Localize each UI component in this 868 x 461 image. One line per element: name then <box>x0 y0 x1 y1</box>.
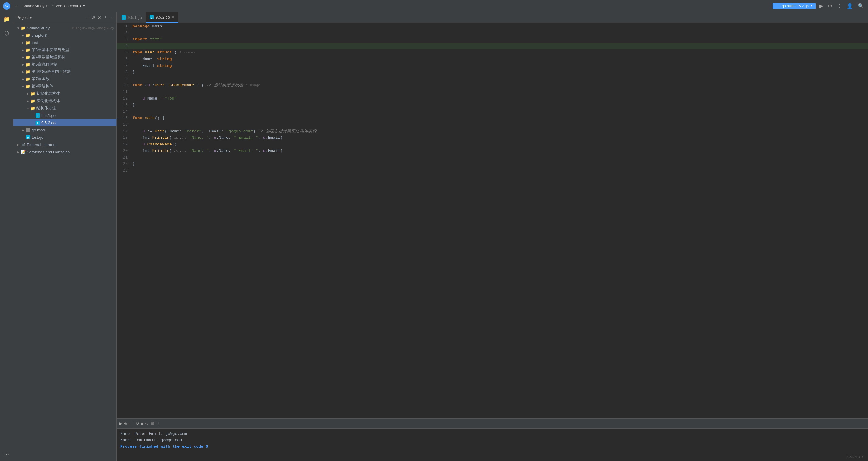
tab-9-5-2[interactable]: g 9.5.2.go ✕ <box>146 12 178 23</box>
tree-item-scratches[interactable]: ▶ 📝 Scratches and Consoles <box>13 148 116 156</box>
code-editor[interactable]: 1 package main 2 3 import "fmt" <box>117 23 868 419</box>
stop-icon: ■ <box>141 421 144 426</box>
line-code-23 <box>131 167 868 174</box>
sidebar-title: Project ▾ <box>17 15 32 20</box>
sidebar-item-structure[interactable]: ⬡ <box>3 29 10 38</box>
tab-9-5-1[interactable]: g 9.5.1.go <box>118 12 146 23</box>
tree-label-init-struct: 初始化结构体 <box>36 91 114 96</box>
line-code-3: import "fmt" <box>131 36 868 43</box>
line-code-11 <box>131 89 868 95</box>
folder-icon-test: 📁 <box>26 40 30 45</box>
run-icon-button[interactable]: ▶ <box>818 2 824 10</box>
tree-item-golang-study[interactable]: ▼ 📁 GolangStudy D:\DingJiaxiong\GolangSt… <box>13 24 116 32</box>
tree-item-ch3[interactable]: ▶ 📁 第3章基本变量与类型 <box>13 46 116 54</box>
search-icon-button[interactable]: 🔍 <box>857 2 865 10</box>
tree-label-9-5-2: 9.5.2.go <box>41 121 114 125</box>
folder-icon-ch4: 📁 <box>26 55 30 60</box>
code-line-8: 8 } <box>117 69 868 76</box>
title-arrow[interactable]: ▾ <box>46 4 48 8</box>
line-num-4: 4 <box>117 43 131 50</box>
sidebar-item-project[interactable]: 📁 <box>2 14 11 24</box>
tree-item-test-go[interactable]: ▶ g test.go <box>13 134 116 141</box>
top-bar-right: go build 9.5.2.go ▾ ▶ ⚙ ⋮ 👤 🔍 <box>773 2 865 10</box>
ext-libs-icon: 🏛 <box>21 142 26 147</box>
code-line-19: 19 u.ChangeName() <box>117 141 868 148</box>
tree-arrow-struct-method: ▼ <box>26 106 30 110</box>
line-code-1: package main <box>131 23 868 30</box>
tree-item-ch9[interactable]: ▼ 📁 第9章结构体 <box>13 83 116 90</box>
vc-arrow[interactable]: ▾ <box>83 4 85 8</box>
run-build-button[interactable]: go build 9.5.2.go ▾ <box>773 3 816 9</box>
sidebar-refresh-btn[interactable]: ↺ <box>91 14 96 21</box>
trash-icon: 🗑 <box>150 421 154 426</box>
line-num-9: 9 <box>117 76 131 82</box>
sidebar-more-btn[interactable]: ⋮ <box>103 14 108 21</box>
tree-arrow-go-mod: ▶ <box>21 128 26 132</box>
tree-item-9-5-2[interactable]: ▶ g 9.5.2.go <box>13 119 116 126</box>
code-line-20: 20 fmt.Println( a...: "Name: ", u.Name, … <box>117 147 868 154</box>
tree-item-go-mod[interactable]: ▶ go.mod <box>13 126 116 134</box>
sidebar-header: Project ▾ + ↺ ✕ ⋮ − <box>13 12 116 23</box>
tree-item-ch7[interactable]: ▶ 📁 第7章函数 <box>13 75 116 83</box>
tree-item-init-struct[interactable]: ▶ 📁 初始化结构体 <box>13 90 116 97</box>
run-button[interactable]: ▶ Run <box>119 421 131 426</box>
tree-item-struct-method[interactable]: ▼ 📁 结构体方法 <box>13 104 116 112</box>
sidebar-collapse-btn[interactable]: − <box>110 14 113 21</box>
tree-arrow-chapter8: ▶ <box>21 33 26 38</box>
code-line-5: 5 type User struct {2 usages <box>117 49 868 56</box>
watermark: CSDN ▲▼ <box>847 455 864 459</box>
menu-button[interactable]: ≡ <box>13 2 19 10</box>
rerun-button[interactable]: ↺ <box>136 421 139 426</box>
line-code-18: fmt.Println( a...: "Name: ", u.Name, " E… <box>131 135 868 141</box>
bottom-toolbar: ▶ Run ↺ ■ ⇨ 🗑 ⋮ <box>117 419 868 429</box>
app-logo: G <box>3 2 10 10</box>
line-num-21: 21 <box>117 154 131 161</box>
line-num-19: 19 <box>117 141 131 148</box>
line-num-1: 1 <box>117 23 131 30</box>
line-code-13: } <box>131 102 868 108</box>
user-icon-button[interactable]: 👤 <box>845 2 854 10</box>
forward-icon: ⇨ <box>145 421 149 426</box>
tree-item-chapter8[interactable]: ▶ 📁 chapter8 <box>13 32 116 39</box>
tree-item-test[interactable]: ▶ 📁 test <box>13 39 116 46</box>
tree-item-9-5-1[interactable]: ▶ g 9.5.1.go <box>13 112 116 119</box>
sidebar-tree: ▼ 📁 GolangStudy D:\DingJiaxiong\GolangSt… <box>13 23 116 461</box>
line-num-14: 14 <box>117 108 131 115</box>
go-file-icon-9-5-2: g <box>35 120 40 125</box>
code-line-23: 23 <box>117 167 868 174</box>
toolbar-forward-btn[interactable]: ⇨ <box>145 421 149 426</box>
tree-label-ch6: 第6章Go语言内置容器 <box>32 69 114 74</box>
tree-label-ch9: 第9章结构体 <box>32 84 114 89</box>
go-file-icon-9-5-1: g <box>35 113 40 118</box>
tree-item-ch6[interactable]: ▶ 📁 第6章Go语言内置容器 <box>13 68 116 75</box>
tree-label-struct-method: 结构体方法 <box>36 105 114 111</box>
line-num-8: 8 <box>117 69 131 76</box>
tree-item-ext-libs[interactable]: ▶ 🏛 External Libraries <box>13 141 116 148</box>
line-code-19: u.ChangeName() <box>131 141 868 148</box>
line-code-7: Email string <box>131 63 868 69</box>
tab-close-9-5-2[interactable]: ✕ <box>172 15 175 19</box>
line-code-17: u := User{ Name: "Peter", Email: "go@go.… <box>131 128 868 135</box>
sidebar-item-more[interactable]: ··· <box>3 450 10 459</box>
remove-run-btn[interactable]: 🗑 <box>150 421 154 426</box>
icon-bar: 📁 ⬡ ··· <box>0 12 13 461</box>
more-horiz-icon: ⋮ <box>156 421 160 426</box>
folder-icon-golang-study: 📁 <box>21 26 26 30</box>
tree-item-ch4[interactable]: ▶ 📁 第4章常量与运算符 <box>13 54 116 61</box>
sidebar-close-btn[interactable]: ✕ <box>97 14 102 21</box>
stop-button[interactable]: ■ <box>141 421 144 426</box>
sidebar-add-btn[interactable]: + <box>86 14 90 21</box>
tree-item-ch5[interactable]: ▶ 📁 第5章流程控制 <box>13 61 116 68</box>
toolbar-divider-1 <box>133 421 133 427</box>
folder-icon-ch7: 📁 <box>26 76 30 81</box>
tree-arrow-init-struct: ▶ <box>26 91 30 96</box>
line-num-3: 3 <box>117 36 131 43</box>
line-code-12: u.Name = "Tom" <box>131 95 868 102</box>
line-num-6: 6 <box>117 56 131 63</box>
more-toolbar-btn[interactable]: ⋮ <box>156 421 160 426</box>
folder-icon-ch6: 📁 <box>26 69 30 74</box>
more-icon-button[interactable]: ⋮ <box>836 2 843 10</box>
line-code-8: } <box>131 69 868 76</box>
tree-item-instance-struct[interactable]: ▶ 📁 实例化结构体 <box>13 97 116 104</box>
settings-icon-button[interactable]: ⚙ <box>827 2 833 10</box>
